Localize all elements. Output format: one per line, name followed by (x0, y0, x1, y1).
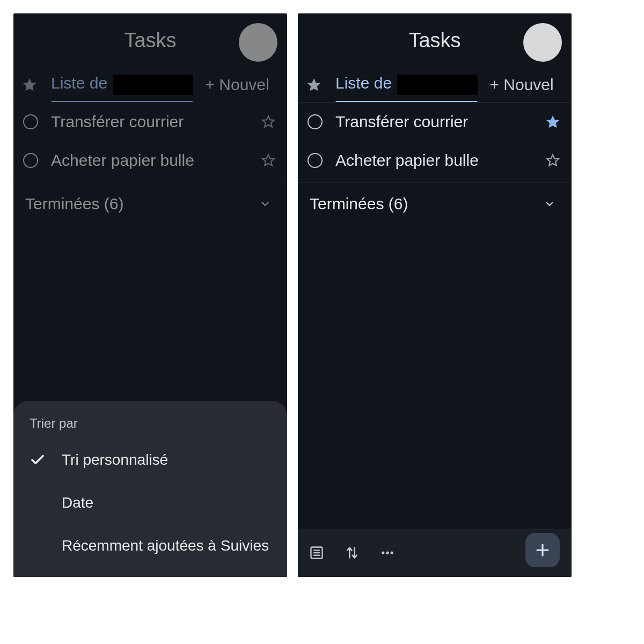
sort-bottom-sheet: Trier par Tri personnalisé Date Récemmen… (13, 401, 287, 577)
task-complete-toggle[interactable] (23, 153, 38, 168)
star-outline-icon (260, 114, 276, 130)
tab-active-list[interactable]: Liste de (335, 67, 478, 102)
bottom-app-bar (298, 529, 572, 577)
task-row[interactable]: Acheter papier bulle (298, 141, 572, 180)
more-button[interactable] (379, 545, 396, 561)
list-view-icon (309, 545, 324, 560)
star-icon (306, 77, 322, 93)
list-view-button[interactable] (309, 545, 325, 561)
task-title: Transférer courrier (51, 113, 247, 131)
app-header: Tasks (13, 13, 287, 67)
svg-point-4 (382, 551, 384, 554)
task-star-toggle[interactable] (260, 152, 276, 169)
star-outline-icon (260, 152, 276, 169)
svg-point-5 (386, 551, 389, 554)
tab-label: Liste de (51, 74, 193, 94)
check-icon (30, 452, 46, 468)
list-tabs: Liste de + Nouvel (13, 67, 287, 103)
tab-active-list[interactable]: Liste de (51, 67, 193, 102)
tab-new-list[interactable]: + Nouvel (489, 67, 553, 102)
star-filled-icon (545, 114, 561, 130)
task-row[interactable]: Acheter papier bulle (13, 141, 287, 180)
task-star-toggle[interactable] (545, 152, 561, 169)
chevron-down-icon (544, 198, 555, 210)
sort-option-label: Récemment ajoutées à Suivies (62, 537, 269, 554)
tab-label-prefix: Liste de (51, 74, 112, 92)
phone-screenshot-right: Tasks Liste de + Nouvel Transférer cour (298, 13, 572, 577)
completed-label: Terminées (6) (25, 195, 123, 213)
plus-icon (535, 542, 551, 558)
task-row[interactable]: Transférer courrier (298, 103, 572, 141)
app-title: Tasks (408, 29, 460, 52)
sort-button[interactable] (344, 545, 360, 561)
tab-label-prefix: Liste de (335, 74, 396, 92)
task-title: Acheter papier bulle (335, 151, 532, 170)
chevron-down-icon (259, 198, 271, 210)
starred-tab[interactable] (20, 75, 39, 94)
avatar[interactable] (523, 23, 562, 62)
tasks-area: Transférer courrier Acheter papier bulle (13, 103, 287, 225)
app-title: Tasks (124, 29, 176, 52)
completed-label: Terminées (6) (310, 195, 408, 213)
add-task-fab[interactable] (525, 533, 560, 567)
task-row[interactable]: Transférer courrier (13, 103, 287, 141)
task-star-toggle[interactable] (260, 114, 276, 130)
star-icon (21, 77, 38, 93)
completed-section-toggle[interactable]: Terminées (6) (13, 182, 287, 225)
redacted-text (113, 75, 193, 95)
tab-label: Liste de (335, 74, 478, 94)
task-title: Transférer courrier (335, 113, 532, 131)
sort-option-label: Tri personnalisé (62, 451, 168, 469)
task-star-toggle[interactable] (545, 114, 561, 130)
task-complete-toggle[interactable] (308, 153, 323, 168)
task-title: Acheter papier bulle (51, 151, 247, 170)
tab-new-list[interactable]: + Nouvel (205, 67, 269, 102)
sort-icon (345, 545, 360, 560)
tab-new-list-label: + Nouvel (489, 76, 553, 94)
starred-tab[interactable] (304, 75, 324, 94)
sort-option-recent-starred[interactable]: Récemment ajoutées à Suivies (13, 524, 287, 567)
completed-section-toggle[interactable]: Terminées (6) (298, 182, 572, 225)
task-complete-toggle[interactable] (23, 114, 38, 129)
phone-screenshot-left: Tasks Liste de + Nouvel (13, 13, 287, 577)
task-complete-toggle[interactable] (308, 114, 323, 129)
sort-option-date[interactable]: Date (13, 481, 287, 524)
more-icon (380, 545, 395, 560)
tab-new-list-label: + Nouvel (205, 76, 269, 94)
avatar[interactable] (239, 23, 277, 62)
list-tabs: Liste de + Nouvel (298, 67, 572, 103)
sheet-title: Trier par (13, 416, 287, 438)
svg-point-6 (391, 551, 393, 554)
sort-option-custom[interactable]: Tri personnalisé (13, 438, 287, 481)
tasks-area: Transférer courrier Acheter papier bulle (298, 103, 572, 577)
app-header: Tasks (298, 13, 572, 67)
sort-option-label: Date (62, 494, 93, 511)
redacted-text (397, 75, 478, 95)
star-outline-icon (545, 152, 561, 169)
